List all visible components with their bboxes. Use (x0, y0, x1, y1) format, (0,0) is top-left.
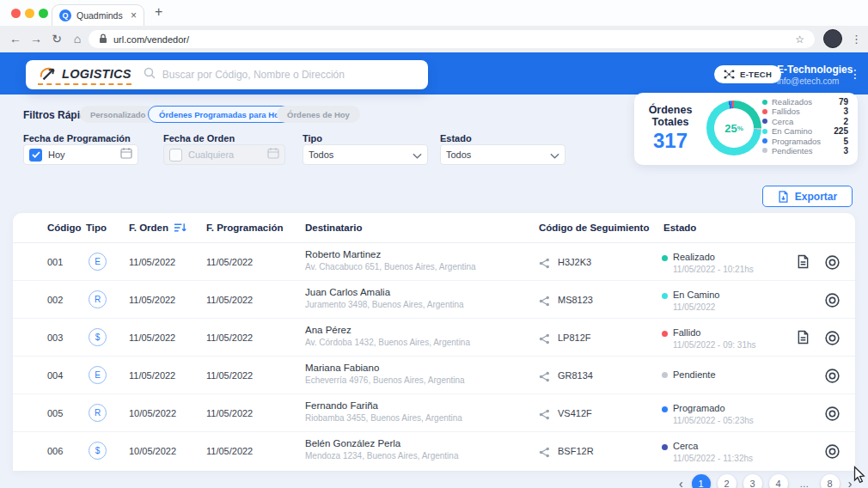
orders-total-value: 317 (639, 129, 701, 153)
account-info[interactable]: E-Technologies info@etech.com (777, 64, 853, 86)
share-icon[interactable] (539, 295, 550, 310)
view-eye-icon[interactable] (824, 254, 840, 274)
recipient: Roberto MartinezAv. Chacabuco 651, Bueno… (305, 249, 476, 271)
maximize-window-button[interactable] (39, 9, 48, 18)
col-f-orden: F. Orden (129, 223, 186, 233)
donut-center: 25 % (714, 108, 754, 148)
back-icon[interactable]: ← (7, 26, 24, 52)
legend-dot (762, 119, 767, 124)
legend-value: 225 (834, 126, 848, 136)
schedule-date: 11/05/2022 (206, 446, 253, 456)
document-icon[interactable] (797, 330, 810, 348)
order-code: 001 (47, 257, 63, 267)
orders-donut: 25 % (706, 101, 761, 156)
tab-close-icon[interactable]: × (131, 9, 137, 21)
legend-dot (762, 148, 767, 153)
view-eye-icon[interactable] (824, 330, 840, 350)
legend-value: 5 (843, 137, 848, 146)
filter-chip-ordenes-hoy[interactable]: Órdenes de Hoy (277, 106, 360, 123)
tracking-code: H3J2K3 (558, 257, 591, 267)
table-row: 003 $ 11/05/2022 11/05/2022 Ana PérezAv.… (13, 319, 855, 357)
recipient-address: Riobamba 3455, Buenos Aires, Argentina (305, 413, 462, 423)
status-cell: Cerca11/05/2022 - 11:32hs (673, 441, 753, 463)
lock-icon (99, 32, 107, 47)
view-eye-icon[interactable] (824, 406, 840, 425)
donut-legend: Realizados79 Fallidos3 Cerca2 En Camino2… (762, 97, 848, 156)
orders-total-title: Órdenes Totales (639, 104, 701, 128)
tracking-code: LP812F (558, 332, 591, 343)
order-date-input[interactable]: Cualquiera (163, 144, 285, 165)
order-date: 10/05/2022 (129, 446, 176, 456)
status-text: En Camino (673, 290, 719, 300)
etech-button[interactable]: E-TECH (714, 65, 781, 83)
share-icon[interactable] (539, 257, 550, 272)
view-eye-icon[interactable] (824, 443, 840, 463)
browser-menu-icon[interactable]: ⋮ (851, 26, 862, 52)
schedule-date-checkbox[interactable] (29, 149, 42, 162)
recipient-address: Juramento 3498, Buenos Aires, Argentina (305, 300, 464, 309)
legend-dot (762, 129, 767, 134)
table-row: 004 E 11/05/2022 11/05/2022 Mariana Fabi… (13, 357, 855, 394)
order-code: 004 (47, 370, 63, 381)
legend-label: En Camino (772, 126, 829, 136)
header-menu-icon[interactable]: ⋮ (849, 67, 861, 81)
recipient-name: Juan Carlos Amalia (305, 287, 464, 297)
browser-profile-avatar[interactable] (823, 29, 842, 48)
share-icon[interactable] (539, 446, 550, 461)
share-icon[interactable] (539, 332, 550, 348)
legend-item: Cerca2 (762, 117, 848, 126)
status-select[interactable]: Todos (440, 144, 565, 165)
bookmark-star-icon[interactable]: ☆ (795, 34, 804, 46)
logistics-logo: LOGISTICS (38, 65, 131, 85)
page-button-8[interactable]: 8 (821, 474, 840, 488)
home-icon[interactable]: ⌂ (69, 26, 86, 52)
etech-icon (724, 70, 735, 79)
type-value: Todos (309, 149, 406, 160)
status-dot (662, 331, 668, 337)
filter-chip-personalizado[interactable]: Personalizado (80, 106, 156, 123)
order-date-checkbox[interactable] (169, 149, 182, 162)
share-icon[interactable] (539, 408, 550, 424)
page-button-1[interactable]: 1 (692, 474, 711, 488)
legend-dot (762, 138, 767, 143)
view-eye-icon[interactable] (824, 292, 840, 312)
page-button-2[interactable]: 2 (718, 474, 737, 488)
close-window-button[interactable] (11, 9, 21, 18)
order-type-badge: E (89, 253, 107, 271)
calendar-icon[interactable] (120, 147, 132, 162)
order-date: 11/05/2022 (129, 295, 175, 305)
status-text: Fallido (673, 327, 756, 338)
status-dot (662, 293, 668, 299)
browser-toolbar: ← → ↻ ⌂ url.com/vendedor/ ☆ ⋮ (0, 26, 868, 52)
browser-tab[interactable]: Q Quadminds × (52, 4, 144, 26)
orders-table: Código Tipo F. Orden F. Programación Des… (13, 213, 855, 471)
filter-chip-programadas-hoy[interactable]: Órdenes Programadas para Hoy (148, 106, 295, 123)
search-input[interactable] (162, 69, 416, 81)
forward-icon[interactable]: → (28, 26, 45, 52)
type-select[interactable]: Todos (303, 144, 428, 165)
order-type-badge: R (89, 290, 107, 308)
new-tab-button[interactable]: + (155, 4, 162, 20)
schedule-date-value: Hoy (48, 149, 114, 160)
recipient: Belén González PerlaMendoza 1234, Buenos… (305, 438, 458, 461)
view-eye-icon[interactable] (824, 368, 840, 387)
recipient: Mariana FabianoEcheverría 4976, Buenos A… (305, 363, 465, 385)
reload-icon[interactable]: ↻ (48, 26, 65, 52)
sort-icon[interactable] (174, 223, 186, 233)
legend-item: En Camino225 (762, 126, 848, 136)
share-icon[interactable] (539, 370, 550, 386)
pagination-prev-icon[interactable]: ‹ (677, 477, 685, 488)
export-button[interactable]: Exportar (762, 186, 853, 207)
url-bar[interactable]: url.com/vendedor/ ☆ (89, 30, 815, 48)
order-code: 006 (47, 446, 63, 456)
orders-total-title-line1: Órdenes (639, 104, 701, 116)
recipient-address: Av. Chacabuco 651, Buenos Aires, Argenti… (305, 262, 476, 271)
tracking-code: MS8123 (558, 295, 593, 305)
legend-dot (762, 109, 767, 114)
page-button-3[interactable]: 3 (743, 474, 762, 488)
schedule-date-input[interactable]: Hoy (23, 144, 138, 165)
minimize-window-button[interactable] (25, 9, 34, 18)
document-icon[interactable] (797, 254, 810, 272)
schedule-date: 11/05/2022 (206, 370, 253, 381)
page-button-4[interactable]: 4 (769, 474, 788, 488)
